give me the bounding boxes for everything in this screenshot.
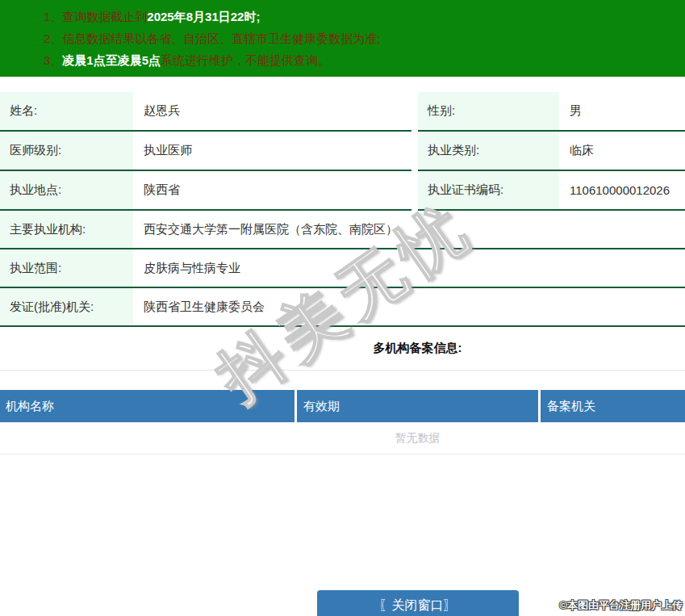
field-value: 西安交通大学第一附属医院（含东院、南院区） <box>133 211 685 248</box>
field-label: 执业证书编码: <box>418 171 559 209</box>
multi-org-filing-heading: 多机构备案信息: <box>0 327 685 371</box>
filing-column-header-validity: 有效期 <box>297 390 541 422</box>
column-gap <box>411 171 418 211</box>
notice-line: 1、查询数据截止到2025年8月31日22时; <box>44 6 685 27</box>
copyright-watermark: ©本图由平台注册用户上传 <box>559 598 683 613</box>
notice-number: 3、 <box>44 53 62 67</box>
field-value: 执业医师 <box>133 132 411 170</box>
filing-column-header-institution: 机构名称 <box>0 390 297 422</box>
info-row-level-category: 医师级别: 执业医师 执业类别: 临床 <box>0 132 685 171</box>
field-label: 执业类别: <box>418 132 559 170</box>
field-value: 赵恩兵 <box>133 92 411 130</box>
spacer <box>0 371 685 390</box>
field-label: 发证(批准)机关: <box>0 288 133 325</box>
notice-text: 系统进行维护，不能提供查询。 <box>161 53 330 67</box>
page-content: 1、查询数据截止到2025年8月31日22时; 2、信息数据结果以各省、自治区、… <box>0 0 685 616</box>
notice-number: 2、 <box>44 31 62 45</box>
info-cell-group: 执业类别: 临床 <box>418 132 685 171</box>
info-row-main-institution: 主要执业机构: 西安交通大学第一附属医院（含东院、南院区） <box>0 211 685 249</box>
notice-number: 1、 <box>44 10 62 23</box>
field-label: 性别: <box>418 92 559 130</box>
field-label: 医师级别: <box>0 132 133 170</box>
notice-text: 查询数据截止到 <box>62 10 147 23</box>
column-gap <box>411 132 418 171</box>
field-value: 陕西省 <box>133 171 411 209</box>
info-cell-group: 执业证书编码: 110610000012026 <box>418 171 685 211</box>
notice-line: 2、信息数据结果以各省、自治区、直辖市卫生健康委数据为准; <box>44 27 685 49</box>
physician-query-result-window: 1、查询数据截止到2025年8月31日22时; 2、信息数据结果以各省、自治区、… <box>0 0 685 616</box>
field-value: 110610000012026 <box>559 171 685 209</box>
info-row-practice-scope: 执业范围: 皮肤病与性病专业 <box>0 249 685 288</box>
filing-column-header-authority: 备案机关 <box>541 390 685 422</box>
field-value: 男 <box>559 92 685 130</box>
notice-text: 信息数据结果以各省、自治区、直辖市卫生健康委数据为准; <box>62 31 380 45</box>
info-cell-group: 执业地点: 陕西省 <box>0 171 411 211</box>
notice-highlight: 2025年8月31日22时; <box>147 10 260 23</box>
field-label: 执业地点: <box>0 171 133 209</box>
field-value: 皮肤病与性病专业 <box>133 249 685 287</box>
info-row-name-gender: 姓名: 赵恩兵 性别: 男 <box>0 92 685 132</box>
info-row-location-certificate: 执业地点: 陕西省 执业证书编码: 110610000012026 <box>0 171 685 211</box>
notice-line: 3、凌晨1点至凌晨5点系统进行维护，不能提供查询。 <box>44 49 685 71</box>
info-cell-group: 性别: 男 <box>418 92 685 132</box>
filing-table: 机构名称 有效期 备案机关 暂无数据 <box>0 390 685 455</box>
info-cell-group: 姓名: 赵恩兵 <box>0 92 411 132</box>
filing-table-header: 机构名称 有效期 备案机关 <box>0 390 685 422</box>
field-label: 执业范围: <box>0 249 133 287</box>
spacer <box>0 77 685 92</box>
field-label: 主要执业机构: <box>0 211 133 248</box>
info-cell-group: 医师级别: 执业医师 <box>0 132 411 171</box>
close-window-button[interactable]: 〖关闭窗口〗 <box>317 590 519 616</box>
info-row-issuing-authority: 发证(批准)机关: 陕西省卫生健康委员会 <box>0 288 685 327</box>
field-value: 临床 <box>559 132 685 170</box>
field-label: 姓名: <box>0 92 133 130</box>
practitioner-info-table: 姓名: 赵恩兵 性别: 男 医师级别: 执业医师 执业类别: 临床 <box>0 92 685 327</box>
column-gap <box>411 92 418 132</box>
notice-highlight: 凌晨1点至凌晨5点 <box>62 53 161 67</box>
empty-data-text: 暂无数据 <box>0 422 685 455</box>
notice-banner: 1、查询数据截止到2025年8月31日22时; 2、信息数据结果以各省、自治区、… <box>0 0 685 77</box>
field-value: 陕西省卫生健康委员会 <box>133 288 685 325</box>
